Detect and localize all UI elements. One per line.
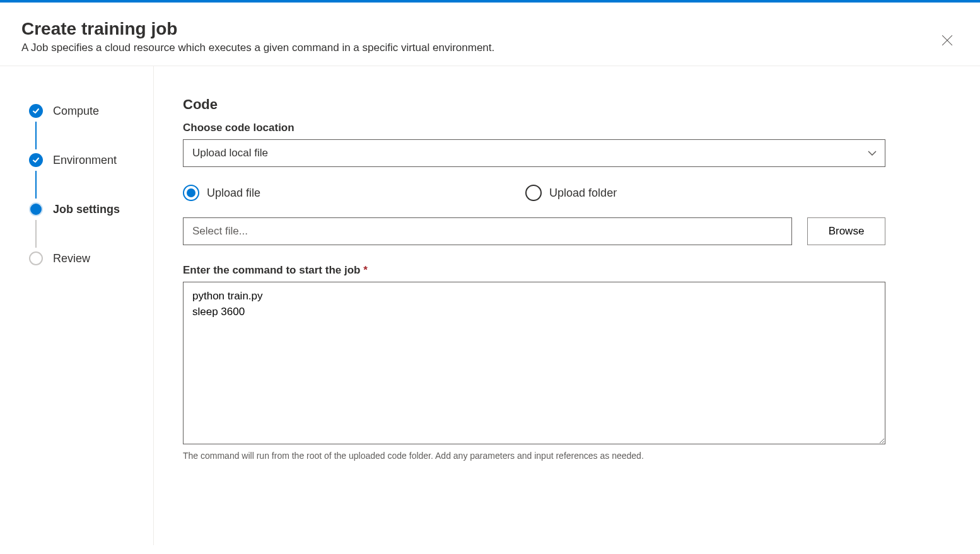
close-icon [942, 35, 953, 46]
pending-step-icon [29, 251, 43, 265]
step-job-settings[interactable]: Job settings [29, 202, 153, 216]
close-button[interactable] [940, 33, 955, 48]
code-location-label: Choose code location [183, 122, 885, 134]
code-location-value: Upload local file [183, 139, 885, 167]
step-label-job-settings: Job settings [53, 203, 120, 216]
browse-button[interactable]: Browse [807, 217, 885, 245]
current-step-icon [29, 202, 43, 216]
required-asterisk: * [363, 264, 368, 276]
step-connector [35, 220, 37, 248]
step-review[interactable]: Review [29, 251, 153, 265]
step-connector [35, 171, 37, 199]
step-environment[interactable]: Environment [29, 153, 153, 167]
radio-upload-file-label: Upload file [207, 187, 260, 200]
command-hint: The command will run from the root of th… [183, 451, 885, 461]
step-label-compute: Compute [53, 105, 99, 118]
upload-type-radio-group: Upload file Upload folder [183, 185, 885, 201]
step-label-review: Review [53, 252, 90, 265]
page-header: Create training job A Job specifies a cl… [0, 3, 980, 66]
main-content: Code Choose code location Upload local f… [154, 66, 980, 545]
command-label-text: Enter the command to start the job [183, 264, 360, 276]
checkmark-icon [29, 153, 43, 167]
wizard-sidebar: Compute Environment Job settings Review [0, 66, 154, 545]
body-container: Compute Environment Job settings Review … [0, 66, 980, 545]
page-subtitle: A Job specifies a cloud resource which e… [21, 42, 959, 54]
radio-upload-folder[interactable]: Upload folder [525, 185, 617, 201]
radio-upload-folder-label: Upload folder [549, 187, 617, 200]
step-compute[interactable]: Compute [29, 104, 153, 118]
radio-icon [183, 185, 199, 201]
checkmark-icon [29, 104, 43, 118]
code-location-select[interactable]: Upload local file [183, 139, 885, 167]
file-select-row: Select file... Browse [183, 217, 885, 245]
radio-icon [525, 185, 542, 201]
command-input[interactable] [183, 282, 885, 444]
file-select-input[interactable]: Select file... [183, 217, 792, 245]
command-label: Enter the command to start the job * [183, 264, 885, 277]
radio-upload-file[interactable]: Upload file [183, 185, 260, 201]
step-label-environment: Environment [53, 154, 117, 167]
section-title-code: Code [183, 96, 885, 113]
step-connector [35, 122, 37, 149]
page-title: Create training job [21, 19, 959, 39]
